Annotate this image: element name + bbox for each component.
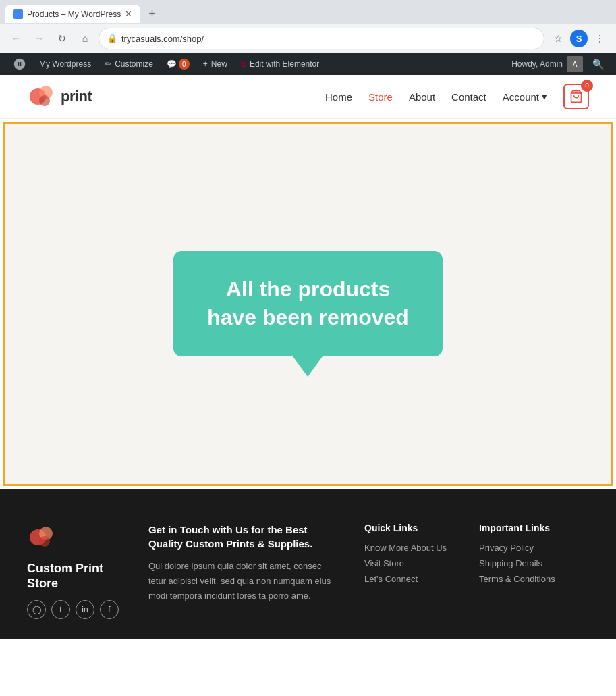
important-links-title: Important Links [479,523,567,533]
svg-point-7 [39,536,50,547]
footer-link-lets-connect[interactable]: Let's Connect [364,574,452,584]
footer-contact-text: Qui dolore ipsum quia dolor sit amet, co… [148,559,337,604]
comment-icon: 💬 [167,59,177,69]
linkedin-icon[interactable]: in [76,600,94,619]
twitter-icon[interactable]: t [51,600,70,619]
account-label: Account [503,91,539,103]
tab-favicon [13,9,23,19]
site-header: print Home Store About Contact Account ▾… [0,75,616,119]
footer-logo-icon [27,523,57,552]
tab-title: Products – My WordPress [27,9,121,19]
footer-link-know-more[interactable]: Know More About Us [364,543,452,553]
site-logo[interactable]: print [27,82,92,111]
profile-button[interactable]: S [570,30,588,47]
footer-important-links: Important Links Privacy Policy Shipping … [479,523,567,619]
nav-contact[interactable]: Contact [451,91,486,103]
cart-icon [569,90,583,103]
wp-logo-icon [13,58,26,70]
admin-avatar[interactable]: A [567,56,583,72]
wp-admin-right: Howdy, Admin A 🔍 [511,56,609,72]
browser-tab-bar: Products – My WordPress ✕ + [0,0,616,24]
account-chevron-icon: ▾ [542,90,547,103]
menu-button[interactable]: ⋮ [590,29,609,48]
social-icons: ◯ t in f [27,600,121,619]
customize-item[interactable]: ✏ Customize [98,53,160,75]
footer-link-visit-store[interactable]: Visit Store [364,558,452,568]
footer-link-privacy[interactable]: Privacy Policy [479,543,567,553]
browser-controls: ← → ↻ ⌂ 🔒 trycasuals.com/shop/ ☆ S ⋮ [0,24,616,53]
nav-about[interactable]: About [409,91,435,103]
edit-elementor-item[interactable]: E Edit with Elementor [234,53,326,75]
edit-icon: ✏ [105,59,111,69]
active-tab[interactable]: Products – My WordPress ✕ [5,5,140,23]
footer-brand-name: Custom PrintStore [27,562,121,591]
instagram-icon[interactable]: ◯ [27,600,46,619]
site-nav: Home Store About Contact Account ▾ 0 [325,84,589,109]
site-footer: Custom PrintStore ◯ t in f Get in Touch … [0,489,616,639]
browser-chrome: Products – My WordPress ✕ + ← → ↻ ⌂ 🔒 tr… [0,0,616,53]
bubble-line2: have been removed [207,305,409,329]
new-item[interactable]: + New [196,53,234,75]
nav-account[interactable]: Account ▾ [503,90,547,103]
bookmark-button[interactable]: ☆ [549,29,567,48]
elementor-icon: E [241,59,246,69]
speech-bubble: All the products have been removed [173,251,443,356]
footer-quick-links: Quick Links Know More About Us Visit Sto… [364,523,452,619]
lock-icon: 🔒 [107,34,117,43]
cart-badge: 0 [581,80,593,92]
tab-close-button[interactable]: ✕ [125,9,132,19]
wp-admin-bar: My Wordpress ✏ Customize 💬 0 + New E Edi… [0,53,616,75]
new-tab-button[interactable]: + [143,4,161,24]
new-label: New [211,59,227,69]
nav-store[interactable]: Store [368,91,393,103]
forward-button[interactable]: → [30,29,49,48]
refresh-button[interactable]: ↻ [53,29,72,48]
cart-button[interactable]: 0 [563,84,589,109]
facebook-icon[interactable]: f [100,600,119,619]
home-button[interactable]: ⌂ [76,29,94,48]
url-text: trycasuals.com/shop/ [121,34,204,44]
quick-links-title: Quick Links [364,523,452,533]
footer-brand: Custom PrintStore ◯ t in f [27,523,121,619]
back-button[interactable]: ← [7,29,26,48]
footer-contact: Get in Touch with Us for the Best Qualit… [148,523,337,619]
footer-link-shipping[interactable]: Shipping Details [479,558,567,568]
speech-bubble-text: All the products have been removed [207,275,409,331]
address-bar[interactable]: 🔒 trycasuals.com/shop/ [99,28,544,49]
wp-search-icon[interactable]: 🔍 [587,59,609,70]
bubble-line1: All the products [226,277,391,301]
nav-home[interactable]: Home [325,91,352,103]
browser-actions: ☆ S ⋮ [549,29,609,48]
comment-count-badge: 0 [179,59,190,70]
footer-contact-heading: Get in Touch with Us for the Best Qualit… [148,523,337,551]
svg-point-3 [39,95,50,106]
comments-item[interactable]: 💬 0 [160,53,196,75]
customize-label: Customize [115,59,153,69]
wp-logo-item[interactable] [7,53,32,75]
edit-elementor-label: Edit with Elementor [250,59,319,69]
footer-link-terms[interactable]: Terms & Conditions [479,574,567,584]
my-wordpress-item[interactable]: My Wordpress [32,53,98,75]
new-icon: + [203,59,208,69]
logo-text: print [61,88,92,105]
my-wordpress-label: My Wordpress [39,59,91,69]
howdy-text: Howdy, Admin [511,59,563,69]
logo-icon [27,82,57,111]
main-content: All the products have been removed [3,122,613,486]
